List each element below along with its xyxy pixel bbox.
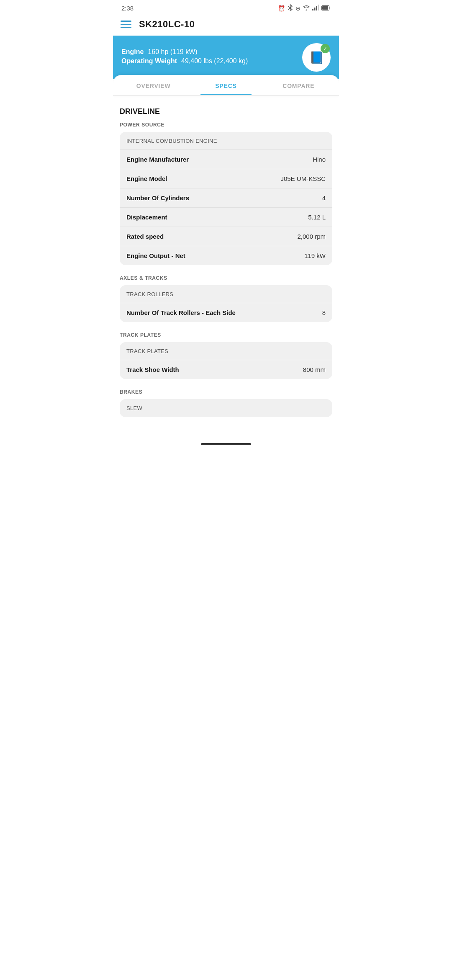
svg-rect-5 <box>322 6 328 10</box>
bottom-nav-indicator <box>201 443 251 445</box>
bottom-bar <box>113 440 339 451</box>
card-header-brakes: SLEW <box>120 399 332 417</box>
svg-rect-2 <box>316 6 317 10</box>
spec-key-model: Engine Model <box>126 175 280 182</box>
spec-card-track-rollers: TRACK ROLLERS Number Of Track Rollers - … <box>120 285 332 322</box>
spec-row-track-roller-count: Number Of Track Rollers - Each Side 8 <box>120 303 332 322</box>
weight-value: 49,400 lbs (22,400 kg) <box>181 57 248 65</box>
status-icons: ⏰ ⊖ <box>278 4 331 12</box>
spec-val-model: J05E UM-KSSC <box>280 175 326 182</box>
tabs: OVERVIEW SPECS COMPARE <box>113 75 339 95</box>
svg-rect-1 <box>314 8 316 10</box>
card-header-track-rollers-text: TRACK ROLLERS <box>126 291 173 297</box>
engine-label: Engine <box>121 48 144 56</box>
card-header-engine-text: INTERNAL COMBUSTION ENGINE <box>126 138 217 144</box>
spec-key-shoe-width: Track Shoe Width <box>126 366 303 373</box>
engine-row: Engine 160 hp (119 kW) <box>121 48 297 56</box>
card-header-track-plates: TRACK PLATES <box>120 342 332 360</box>
engine-value: 160 hp (119 kW) <box>148 48 197 56</box>
spec-key-manufacturer: Engine Manufacturer <box>126 156 313 163</box>
top-nav: SK210LC-10 <box>113 15 339 36</box>
spec-row-output: Engine Output - Net 119 kW <box>120 246 332 265</box>
subsection-power-source: POWER SOURCE INTERNAL COMBUSTION ENGINE … <box>120 122 332 265</box>
spec-key-cylinders: Number Of Cylinders <box>126 194 322 201</box>
weight-label: Operating Weight <box>121 57 177 65</box>
card-header-engine: INTERNAL COMBUSTION ENGINE <box>120 132 332 150</box>
tab-overview[interactable]: OVERVIEW <box>117 75 190 95</box>
tab-specs[interactable]: SPECS <box>190 75 262 95</box>
spec-val-manufacturer: Hino <box>313 156 326 163</box>
card-header-track-plates-text: TRACK PLATES <box>126 348 168 354</box>
section-driveline: DRIVELINE <box>120 107 332 116</box>
dnd-icon: ⊖ <box>295 5 300 12</box>
spec-val-cylinders: 4 <box>322 194 326 201</box>
battery-icon <box>321 5 331 12</box>
spec-val-displacement: 5.12 L <box>308 214 326 221</box>
info-banner-text: Engine 160 hp (119 kW) Operating Weight … <box>121 48 297 67</box>
book-icon: 📘 <box>309 51 324 64</box>
subsection-label-axles: AXLES & TRACKS <box>120 275 332 281</box>
bluetooth-icon <box>288 4 293 12</box>
signal-icon <box>312 5 319 12</box>
subsection-track-plates: TRACK PLATES TRACK PLATES Track Shoe Wid… <box>120 332 332 379</box>
card-header-track-rollers: TRACK ROLLERS <box>120 285 332 303</box>
spec-key-output: Engine Output - Net <box>126 252 304 259</box>
info-banner: Engine 160 hp (119 kW) Operating Weight … <box>113 36 339 79</box>
tabs-container: OVERVIEW SPECS COMPARE <box>113 75 339 95</box>
main-content: DRIVELINE POWER SOURCE INTERNAL COMBUSTI… <box>113 95 339 440</box>
wifi-icon <box>303 5 310 12</box>
svg-rect-0 <box>312 9 313 10</box>
spec-val-shoe-width: 800 mm <box>303 366 326 373</box>
spec-card-track-plates: TRACK PLATES Track Shoe Width 800 mm <box>120 342 332 379</box>
spec-row-rated-speed: Rated speed 2,000 rpm <box>120 227 332 246</box>
subsection-axles-tracks: AXLES & TRACKS TRACK ROLLERS Number Of T… <box>120 275 332 322</box>
spec-row-model: Engine Model J05E UM-KSSC <box>120 169 332 188</box>
status-time: 2:38 <box>121 5 134 12</box>
spec-val-rated-speed: 2,000 rpm <box>297 233 326 240</box>
spec-row-shoe-width: Track Shoe Width 800 mm <box>120 360 332 379</box>
spec-key-track-roller-count: Number Of Track Rollers - Each Side <box>126 309 322 316</box>
spec-card-engine: INTERNAL COMBUSTION ENGINE Engine Manufa… <box>120 132 332 265</box>
alarm-icon: ⏰ <box>278 5 285 12</box>
spec-row-displacement: Displacement 5.12 L <box>120 208 332 227</box>
subsection-label-track-plates: TRACK PLATES <box>120 332 332 338</box>
status-bar: 2:38 ⏰ ⊖ <box>113 0 339 15</box>
subsection-label-power: POWER SOURCE <box>120 122 332 128</box>
card-header-brakes-text: SLEW <box>126 405 142 411</box>
spec-row-manufacturer: Engine Manufacturer Hino <box>120 150 332 169</box>
weight-row: Operating Weight 49,400 lbs (22,400 kg) <box>121 57 297 65</box>
subsection-label-brakes: BRAKES <box>120 389 332 395</box>
menu-button[interactable] <box>121 21 131 28</box>
check-icon: ✓ <box>321 44 330 53</box>
svg-rect-3 <box>318 5 319 10</box>
tab-compare[interactable]: COMPARE <box>262 75 335 95</box>
spec-card-brakes: SLEW <box>120 399 332 417</box>
spec-key-displacement: Displacement <box>126 214 308 221</box>
info-badge: 📘 ✓ <box>302 43 331 72</box>
spec-val-output: 119 kW <box>304 252 326 259</box>
spec-row-cylinders: Number Of Cylinders 4 <box>120 188 332 208</box>
subsection-brakes: BRAKES SLEW <box>120 389 332 417</box>
page-title: SK210LC-10 <box>139 19 195 30</box>
spec-key-rated-speed: Rated speed <box>126 233 297 240</box>
spec-val-track-roller-count: 8 <box>322 309 326 316</box>
